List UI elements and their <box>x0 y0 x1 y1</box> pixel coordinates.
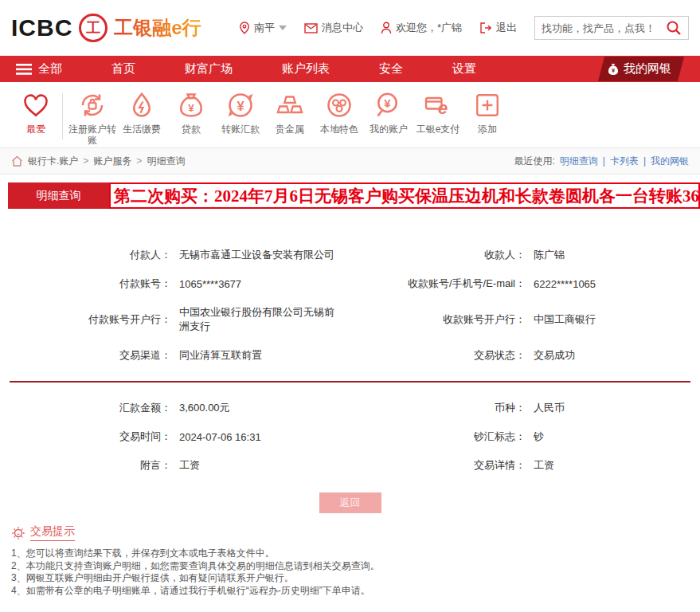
message-center-label: 消息中心 <box>322 21 363 35</box>
tip-item: 3、网银互联账户明细由开户银行提供，如有疑问请联系开户银行。 <box>11 572 689 585</box>
payer-bank: 中国农业银行股份有限公司无锡前洲支行 <box>179 305 334 334</box>
location-pin-icon <box>239 22 250 34</box>
logout-icon <box>479 22 492 33</box>
icbc-emblem-icon: 工 <box>79 14 108 42</box>
toolbar-label: 工银e支付 <box>416 124 460 135</box>
toolbar-item-gold[interactable]: 贵金属 <box>265 90 315 135</box>
field-label: 附言： <box>0 458 171 473</box>
tips-title: 交易提示 <box>30 524 75 541</box>
loan-bag-icon: ¥ <box>176 90 206 120</box>
recent-separator: | <box>603 155 605 167</box>
payer-name: 无锡市嘉通工业设备安装有限公司 <box>179 248 334 262</box>
field-label: 付款账号开户行： <box>0 312 171 327</box>
search-input[interactable] <box>542 22 661 34</box>
field-label: 收款账号开户行： <box>342 312 526 327</box>
svg-text:e: e <box>438 98 448 118</box>
field-row: 交易时间： 2024-07-06 16:31 钞汇标志： 钞 <box>0 422 700 451</box>
toolbar-item-local[interactable]: 本地特色 <box>315 90 364 135</box>
toolbar-item-register-transfer[interactable]: 注册账户转账 <box>68 90 117 146</box>
location-label: 南平 <box>254 21 275 35</box>
transaction-tips: 交易提示 1、您可以将查询结果下载，并保存到文本或电子表格文件中。 2、本功能只… <box>11 524 689 597</box>
toolbar-item-favorite[interactable]: 最爱 <box>11 90 61 135</box>
home-icon <box>11 155 23 167</box>
message-center-link[interactable]: 消息中心 <box>304 21 363 35</box>
icbc-logo: ICBC 工 工银融e行 <box>11 14 201 42</box>
breadcrumb-item-services[interactable]: 账户服务 <box>93 155 131 168</box>
my-ebank-button[interactable]: ¥ 我的网银 <box>598 57 684 81</box>
memo: 工资 <box>179 458 334 473</box>
search-icon[interactable] <box>666 20 682 36</box>
toolbar-label: 生活缴费 <box>123 124 161 135</box>
annotation-text: 第二次购买：2024年7月6日无锡客户购买保温压边机和长款卷圆机各一台转账360… <box>114 185 700 207</box>
recent-link-card-list[interactable]: 卡列表 <box>610 155 639 168</box>
field-row: 汇款金额： 3,600.00元 币种： 人民币 <box>0 394 700 422</box>
breadcrumb-item-detail-query: 明细查询 <box>147 155 185 168</box>
recent-link-detail-query[interactable]: 明细查询 <box>560 155 598 168</box>
nav-item-wealth[interactable]: 财富广场 <box>185 61 233 76</box>
nav-item-accounts[interactable]: 账户列表 <box>282 61 330 76</box>
toolbar-divider <box>62 93 63 139</box>
toolbar-item-utility[interactable]: 生活缴费 <box>117 90 166 135</box>
search-box <box>534 16 689 40</box>
cash-remit-flag: 钞 <box>534 430 700 444</box>
payee-name: 陈广锦 <box>534 248 700 262</box>
toolbar-item-loan[interactable]: ¥ 贷款 <box>166 90 216 135</box>
toolbar-item-add[interactable]: 添加 <box>463 90 512 135</box>
logout-link[interactable]: 退出 <box>479 21 517 35</box>
field-label: 钞汇标志： <box>342 430 526 444</box>
epay-card-icon: e <box>423 90 453 120</box>
brand-name: 工银融e行 <box>114 15 201 41</box>
icbc-logo-text: ICBC <box>11 14 72 41</box>
toolbar-label: 贵金属 <box>276 124 304 135</box>
nav-item-security[interactable]: 安全 <box>379 61 403 76</box>
chevron-down-icon <box>279 26 287 30</box>
page-title-row: 明细查询 第二次购买：2024年7月6日无锡客户购买保温压边机和长款卷圆机各一台… <box>8 182 700 209</box>
account-search-icon: ¥ <box>373 90 404 120</box>
field-label: 汇款金额： <box>0 401 171 415</box>
toolbar-label: 转账汇款 <box>221 124 260 135</box>
nav-item-all[interactable]: 全部 <box>16 61 62 76</box>
nav-item-settings[interactable]: 设置 <box>452 61 476 76</box>
add-plus-icon <box>472 90 503 120</box>
tips-list: 1、您可以将查询结果下载，并保存到文本或电子表格文件中。 2、本功能只支持查询账… <box>11 547 689 597</box>
hamburger-icon <box>16 64 32 75</box>
envelope-icon <box>304 23 318 33</box>
breadcrumb-item-cards[interactable]: 银行卡.账户 <box>28 155 78 168</box>
currency: 人民币 <box>534 401 700 415</box>
back-button[interactable]: 返回 <box>319 492 381 513</box>
toolbar-item-remit[interactable]: ¥ 转账汇款 <box>216 90 265 135</box>
recent-link-my-ebank[interactable]: 我的网银 <box>651 155 689 168</box>
nav-label-all: 全部 <box>38 61 62 76</box>
person-icon <box>381 22 392 34</box>
location-selector[interactable]: 南平 <box>239 21 287 35</box>
field-label: 收款人： <box>342 248 526 262</box>
field-label: 交易状态： <box>342 348 526 363</box>
toolbar-label: 添加 <box>478 124 497 135</box>
payer-account: 1065****3677 <box>179 278 334 290</box>
top-header: ICBC 工 工银融e行 南平 消息中心 欢迎您，*广锦 <box>0 0 700 56</box>
breadcrumb-separator: > <box>83 155 88 167</box>
gold-bars-icon <box>275 90 305 120</box>
field-row: 交易渠道： 同业清算互联前置 交易状态： 交易成功 <box>0 341 700 370</box>
logout-label: 退出 <box>496 21 517 35</box>
page-title: 明细查询 <box>8 182 109 209</box>
toolbar-label: 我的账户 <box>370 124 408 135</box>
field-label: 币种： <box>342 401 526 415</box>
welcome-user[interactable]: 欢迎您，*广锦 <box>381 21 462 35</box>
toolbar-label: 贷款 <box>182 124 201 135</box>
field-label: 付款人： <box>0 248 171 262</box>
toolbar-item-my-account[interactable]: ¥ 我的账户 <box>364 90 413 135</box>
svg-text:¥: ¥ <box>384 96 391 110</box>
nav-item-home[interactable]: 首页 <box>111 61 135 76</box>
field-label: 交易渠道： <box>0 348 171 363</box>
toolbar-label: 最爱 <box>26 124 45 135</box>
toolbar-label: 注册账户转账 <box>68 124 117 146</box>
main-nav: 全部 首页 财富广场 账户列表 安全 设置 ¥ 我的网银 <box>0 56 700 82</box>
transaction-detail: 工资 <box>534 458 700 473</box>
field-row: 付款账号： 1065****3677 收款账号/手机号/E-mail： 6222… <box>0 269 700 298</box>
field-row: 付款账号开户行： 中国农业银行股份有限公司无锡前洲支行 收款账号开户行： 中国工… <box>0 298 700 341</box>
toolbar-item-epay[interactable]: e 工银e支付 <box>413 90 463 135</box>
transfer-register-icon <box>77 90 108 120</box>
quick-toolbar: 最爱 注册账户转账 生活缴费 ¥ 贷款 ¥ 转账汇款 贵金属 本地特色 <box>0 82 700 147</box>
tip-item: 4、如需带有公章的电子明细账单，请通过我行手机银行“远程办-历史明细”下单申请。 <box>11 585 689 598</box>
